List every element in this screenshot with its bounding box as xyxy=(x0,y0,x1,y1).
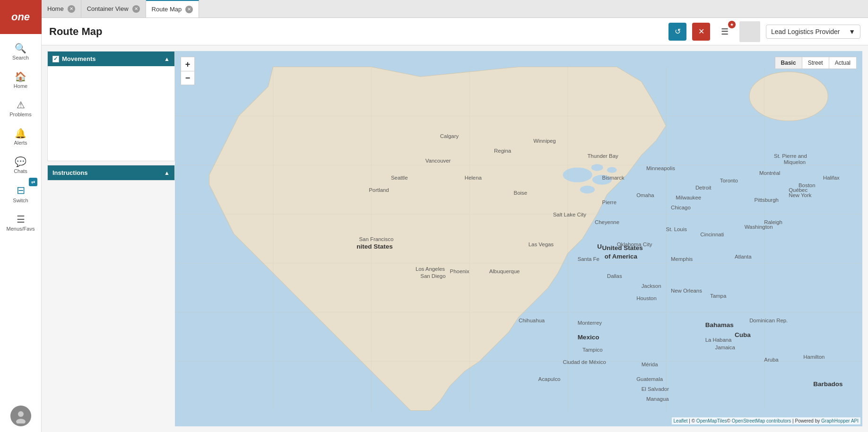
svg-text:Seattle: Seattle xyxy=(391,175,408,181)
svg-text:Hamilton: Hamilton xyxy=(803,354,825,360)
svg-text:Milwaukee: Milwaukee xyxy=(676,195,701,200)
svg-text:Los Angeles: Los Angeles xyxy=(416,266,445,272)
notification-badge: ★ xyxy=(728,21,736,28)
svg-text:Portland: Portland xyxy=(369,187,389,193)
tab-route-map-close[interactable]: ✕ xyxy=(185,6,193,13)
instructions-label: Instructions xyxy=(52,169,87,176)
map-type-controls: Basic Street Actual xyxy=(775,57,857,69)
tab-container-view-close[interactable]: ✕ xyxy=(132,5,140,13)
leaflet-link[interactable]: Leaflet xyxy=(674,418,688,423)
provider-dropdown[interactable]: Lead Logistics Provider ▼ xyxy=(766,25,860,39)
tab-home-close[interactable]: ✕ xyxy=(68,5,75,13)
graphhopper-link[interactable]: GraphHopper API xyxy=(821,418,859,423)
svg-text:St. Louis: St. Louis xyxy=(666,226,687,232)
svg-text:San Francisco: San Francisco xyxy=(359,236,393,242)
tab-home[interactable]: Home ✕ xyxy=(42,0,81,17)
svg-text:Jackson: Jackson xyxy=(642,283,661,289)
svg-text:Tampa: Tampa xyxy=(710,293,727,299)
sidebar-item-alerts[interactable]: 🔔 Alerts xyxy=(0,123,41,151)
svg-text:Washington: Washington xyxy=(745,224,773,230)
tab-home-label: Home xyxy=(47,5,64,12)
svg-text:Mérida: Mérida xyxy=(642,362,659,367)
svg-text:Atlanta: Atlanta xyxy=(735,254,752,259)
left-panel: Movements ▲ Instructions ▲ xyxy=(47,51,175,426)
sidebar-item-menus[interactable]: ☰ Menus/Favs xyxy=(0,209,41,237)
svg-text:Santa Fe: Santa Fe xyxy=(578,256,599,262)
movements-checkbox[interactable] xyxy=(52,56,59,62)
svg-text:Barbados: Barbados xyxy=(813,380,842,388)
warning-icon: ⚠ xyxy=(17,100,25,110)
svg-text:Houston: Houston xyxy=(636,295,656,301)
content-area: Movements ▲ Instructions ▲ xyxy=(42,45,868,432)
tab-route-map[interactable]: Route Map ✕ xyxy=(146,0,200,17)
movements-header[interactable]: Movements ▲ xyxy=(48,52,174,66)
zoom-in-button[interactable]: + xyxy=(181,57,195,71)
svg-text:Chicago: Chicago xyxy=(671,205,691,210)
svg-text:Detroit: Detroit xyxy=(695,185,712,190)
sidebar-item-chats[interactable]: 💬 Chats xyxy=(0,151,41,180)
svg-text:Dominican Rep.: Dominican Rep. xyxy=(749,318,788,323)
tab-container-view-label: Container View xyxy=(87,5,129,12)
movements-collapse-icon[interactable]: ▲ xyxy=(164,56,170,62)
map-svg: Calgary Winnipeg Regina Vancouver Seattl… xyxy=(175,51,862,426)
svg-text:Chihuahua: Chihuahua xyxy=(519,318,545,323)
svg-text:United States: United States xyxy=(602,244,643,251)
dropdown-arrow-icon: ▼ xyxy=(849,28,855,35)
svg-text:St. Pierre and: St. Pierre and xyxy=(774,153,807,159)
tab-container-view[interactable]: Container View ✕ xyxy=(81,0,146,17)
refresh-button[interactable]: ↺ xyxy=(668,23,686,41)
sidebar-item-problems[interactable]: ⚠ Problems xyxy=(0,95,41,123)
svg-point-5 xyxy=(749,72,828,121)
svg-text:Las Vegas: Las Vegas xyxy=(529,242,554,247)
svg-text:Acapulco: Acapulco xyxy=(538,376,561,382)
bell-icon: 🔔 xyxy=(15,129,26,138)
map-zoom-controls: + − xyxy=(181,57,195,85)
zoom-out-button[interactable]: − xyxy=(181,71,195,85)
sidebar-item-home[interactable]: 🏠 Home xyxy=(0,66,41,95)
sidebar-item-search[interactable]: 🔍 Search xyxy=(0,38,41,66)
svg-text:Salt Lake City: Salt Lake City xyxy=(553,212,587,217)
svg-text:Aruba: Aruba xyxy=(764,357,779,363)
map-attribution: Leaflet | © OpenMapTiles© OpenStreetMap … xyxy=(672,417,860,424)
svg-text:Boise: Boise xyxy=(514,190,528,196)
svg-text:Guatemala: Guatemala xyxy=(636,376,663,382)
map-container[interactable]: Calgary Winnipeg Regina Vancouver Seattl… xyxy=(175,51,862,426)
movements-label: Movements xyxy=(62,55,96,62)
movements-header-left: Movements xyxy=(52,55,96,62)
openmaptiles-link[interactable]: OpenMapTiles xyxy=(696,418,727,423)
menu-button[interactable]: ☰ ★ xyxy=(716,23,734,41)
svg-text:Regina: Regina xyxy=(494,148,512,154)
svg-text:Winnipeg: Winnipeg xyxy=(533,138,556,144)
app-logo[interactable]: one xyxy=(0,0,42,34)
svg-text:San Diego: San Diego xyxy=(420,273,445,279)
svg-text:El Salvador: El Salvador xyxy=(642,386,669,392)
svg-text:Toronto: Toronto xyxy=(720,178,738,183)
svg-text:Pittsburgh: Pittsburgh xyxy=(755,197,779,203)
sidebar-item-search-label: Search xyxy=(12,55,29,60)
instructions-header[interactable]: Instructions ▲ xyxy=(48,165,174,180)
map-type-basic[interactable]: Basic xyxy=(775,57,802,69)
page-header: Route Map ↺ ✕ ☰ ★ Lead Logistics Provide… xyxy=(42,18,868,45)
instructions-collapse-icon[interactable]: ▲ xyxy=(164,170,170,176)
svg-text:Managua: Managua xyxy=(646,396,669,402)
sidebar-item-switch-label: Switch xyxy=(13,198,28,203)
svg-text:Bahamas: Bahamas xyxy=(705,321,734,328)
svg-text:Helena: Helena xyxy=(465,175,482,181)
svg-text:Vancouver: Vancouver xyxy=(425,158,451,164)
sidebar: one 🔍 Search 🏠 Home ⚠ Problems 🔔 Alerts … xyxy=(0,0,42,432)
hamburger-icon: ☰ xyxy=(721,26,729,37)
map-type-actual[interactable]: Actual xyxy=(829,57,856,69)
svg-text:Mexico: Mexico xyxy=(578,334,599,341)
svg-text:Jamaica: Jamaica xyxy=(715,345,735,350)
openstreetmap-link[interactable]: OpenStreetMap contributors xyxy=(732,418,791,423)
svg-text:Dallas: Dallas xyxy=(607,273,622,279)
close-button[interactable]: ✕ xyxy=(692,23,710,41)
svg-text:New York: New York xyxy=(789,192,811,198)
map-type-street[interactable]: Street xyxy=(802,57,829,69)
svg-text:Phoenix: Phoenix xyxy=(450,268,470,274)
sidebar-item-switch[interactable]: ⊟ ⇄ Switch xyxy=(0,180,41,209)
avatar[interactable] xyxy=(10,406,31,426)
svg-text:Boston: Boston xyxy=(799,182,816,188)
page-title: Route Map xyxy=(49,26,663,38)
svg-text:Memphis: Memphis xyxy=(671,256,693,262)
